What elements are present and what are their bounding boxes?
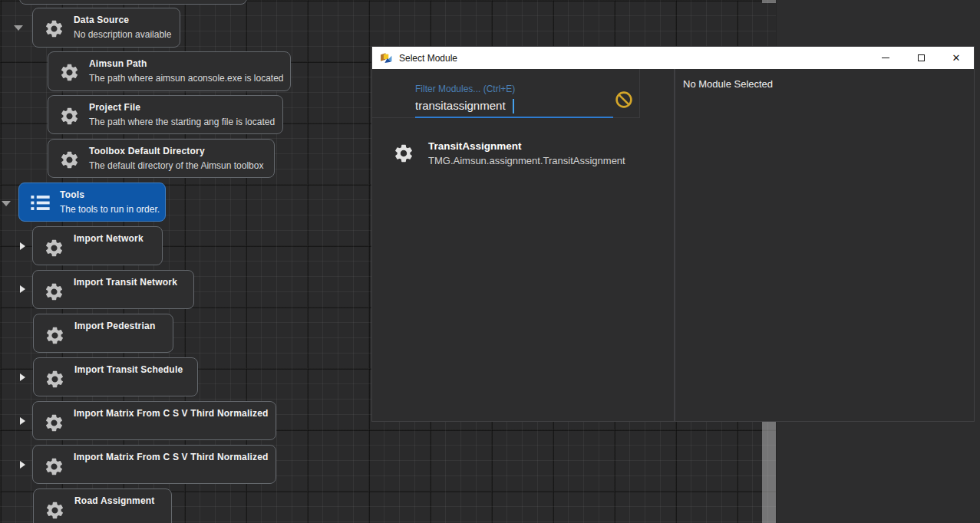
app-window: Data Source No description available Aim… <box>0 0 980 523</box>
node-subtitle: The tools to run in order. <box>60 204 160 215</box>
node-title: Road Assignment <box>74 495 155 506</box>
gear-icon <box>393 143 414 164</box>
node-import-pedestrian[interactable]: Import Pedestrian <box>33 314 173 353</box>
gear-icon <box>44 456 64 477</box>
node-import-matrix-csv-1[interactable]: Import Matrix From C S V Third Normalize… <box>32 401 276 440</box>
expander-right-icon[interactable] <box>20 461 25 469</box>
gear-icon <box>59 62 80 83</box>
node-title: Import Pedestrian <box>74 321 155 331</box>
canvas-scrollbar-thumb[interactable] <box>762 422 776 523</box>
node-project-file[interactable]: Project File The path where the starting… <box>48 95 283 134</box>
gear-icon <box>45 325 65 346</box>
filter-underline <box>415 117 613 118</box>
node-title: Import Network <box>74 233 144 244</box>
node-title: Import Matrix From C S V Third Normalize… <box>74 408 269 419</box>
dialog-body: Filter Modules... (Ctrl+E) TransitAssign… <box>372 69 974 421</box>
node-toolbox-default-directory[interactable]: Toolbox Default Directory The default di… <box>48 139 275 178</box>
node-import-matrix-csv-2[interactable]: Import Matrix From C S V Third Normalize… <box>32 445 276 484</box>
gear-icon <box>45 500 65 521</box>
node-subtitle: The path where aimsun aconsole.exe is lo… <box>89 73 283 84</box>
node-title: Import Transit Schedule <box>74 364 183 375</box>
pane-divider <box>674 69 675 421</box>
node-tools[interactable]: Tools The tools to run in order. <box>18 183 166 222</box>
expander-right-icon[interactable] <box>20 417 25 425</box>
node-road-assignment[interactable]: Road Assignment <box>33 488 172 523</box>
node-title: Aimsun Path <box>89 58 283 69</box>
node-import-transit-network[interactable]: Import Transit Network <box>32 270 194 309</box>
maximize-button[interactable] <box>903 47 939 69</box>
node-import-transit-schedule[interactable]: Import Transit Schedule <box>33 357 198 396</box>
node-partial-top[interactable] <box>19 0 247 5</box>
gear-icon <box>44 238 64 258</box>
gear-icon <box>45 369 65 390</box>
node-title: Import Matrix From C S V Third Normalize… <box>74 452 269 462</box>
module-name: TransitAssignment <box>428 140 625 152</box>
node-aimsun-path[interactable]: Aimsun Path The path where aimsun aconso… <box>48 51 291 91</box>
gear-icon <box>44 281 64 302</box>
node-title: Project File <box>89 102 275 113</box>
node-title: Tools <box>60 189 160 200</box>
expander-down-icon[interactable] <box>14 25 23 31</box>
filter-modules-input[interactable] <box>415 97 613 113</box>
list-icon <box>30 192 51 213</box>
expander-right-icon[interactable] <box>20 373 25 381</box>
close-button[interactable]: ✕ <box>939 47 974 69</box>
node-subtitle: No description available <box>74 29 171 40</box>
gear-icon <box>44 413 64 433</box>
xtmf-logo-icon <box>380 51 393 64</box>
gear-icon <box>59 150 80 170</box>
node-subtitle: The default directory of the Aimsun tool… <box>89 160 263 171</box>
no-drop-icon <box>615 90 633 109</box>
module-result-row[interactable]: TransitAssignment TMG.Aimsun.assignment.… <box>372 137 673 173</box>
node-title: Import Transit Network <box>74 277 177 288</box>
module-namespace: TMG.Aimsun.assignment.TransitAssignment <box>428 155 625 166</box>
node-title: Toolbox Default Directory <box>89 146 263 156</box>
dialog-title: Select Module <box>399 53 457 64</box>
no-module-selected-text: No Module Selected <box>683 78 773 90</box>
maximize-icon <box>918 54 925 61</box>
expander-right-icon[interactable] <box>20 242 25 250</box>
node-subtitle: The path where the starting ang file is … <box>89 117 275 127</box>
gear-icon <box>59 106 80 127</box>
select-module-dialog: Select Module ✕ Filter Modules... (Ctrl+… <box>371 46 975 422</box>
filter-label: Filter Modules... (Ctrl+E) <box>415 84 515 94</box>
minimize-button[interactable] <box>868 47 903 69</box>
node-data-source[interactable]: Data Source No description available <box>32 8 180 48</box>
minimize-icon <box>882 58 889 58</box>
dialog-titlebar[interactable]: Select Module ✕ <box>372 47 974 69</box>
expander-right-icon[interactable] <box>20 285 25 293</box>
node-title: Data Source <box>74 15 171 25</box>
gear-icon <box>44 18 64 39</box>
canvas-scrollbar-thumb[interactable] <box>762 0 776 3</box>
close-icon: ✕ <box>952 53 961 63</box>
filter-container: Filter Modules... (Ctrl+E) <box>372 69 640 118</box>
text-caret <box>513 99 514 113</box>
expander-down-icon[interactable] <box>2 201 11 206</box>
node-import-network[interactable]: Import Network <box>32 226 163 265</box>
